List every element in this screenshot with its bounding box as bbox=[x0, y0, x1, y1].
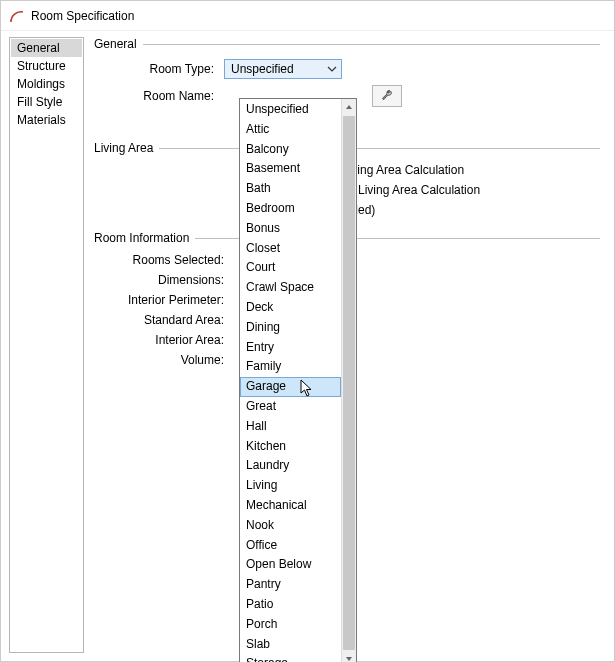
dropdown-item[interactable]: Patio bbox=[240, 595, 341, 615]
room-type-value: Unspecified bbox=[231, 62, 294, 76]
sidebar-item-label: Fill Style bbox=[17, 95, 62, 109]
dropdown-item[interactable]: Kitchen bbox=[240, 437, 341, 457]
separator bbox=[159, 148, 600, 149]
wrench-icon bbox=[380, 88, 394, 105]
dropdown-item[interactable]: Pantry bbox=[240, 575, 341, 595]
dropdown-list: UnspecifiedAtticBalconyBasementBathBedro… bbox=[240, 99, 341, 662]
dropdown-item[interactable]: Slab bbox=[240, 635, 341, 655]
obscured-text: tal Living Area Calculation bbox=[342, 183, 480, 197]
dropdown-item[interactable]: Basement bbox=[240, 159, 341, 179]
dropdown-item[interactable]: Mechanical bbox=[240, 496, 341, 516]
dropdown-item[interactable]: Balcony bbox=[240, 140, 341, 160]
label: Standard Area: bbox=[94, 313, 234, 327]
dropdown-item[interactable]: Dining bbox=[240, 318, 341, 338]
dropdown-item[interactable]: Attic bbox=[240, 120, 341, 140]
room-type-dropdown-list[interactable]: UnspecifiedAtticBalconyBasementBathBedro… bbox=[239, 98, 357, 662]
label: Interior Area: bbox=[94, 333, 234, 347]
scrollbar[interactable] bbox=[341, 99, 356, 662]
dropdown-item[interactable]: Family bbox=[240, 357, 341, 377]
sidebar-item-moldings[interactable]: Moldings bbox=[11, 75, 82, 93]
caret-down-icon bbox=[345, 652, 353, 662]
sidebar-item-label: Materials bbox=[17, 113, 66, 127]
scroll-up-button[interactable] bbox=[342, 99, 356, 115]
dropdown-item[interactable]: Office bbox=[240, 536, 341, 556]
wrench-button[interactable] bbox=[372, 85, 402, 107]
caret-up-icon bbox=[345, 100, 353, 114]
dropdown-item[interactable]: Entry bbox=[240, 338, 341, 358]
dropdown-item[interactable]: Porch bbox=[240, 615, 341, 635]
dropdown-item[interactable]: Great bbox=[240, 397, 341, 417]
sidebar: General Structure Moldings Fill Style Ma… bbox=[9, 37, 84, 653]
dropdown-item[interactable]: Bedroom bbox=[240, 199, 341, 219]
sidebar-item-label: Structure bbox=[17, 59, 66, 73]
dropdown-item[interactable]: Bath bbox=[240, 179, 341, 199]
scroll-thumb[interactable] bbox=[343, 116, 355, 650]
scroll-down-button[interactable] bbox=[342, 651, 356, 662]
label: Rooms Selected: bbox=[94, 253, 234, 267]
label-room-type: Room Type: bbox=[94, 62, 224, 76]
sidebar-item-materials[interactable]: Materials bbox=[11, 111, 82, 129]
titlebar: Room Specification bbox=[1, 1, 614, 31]
group-header: General bbox=[94, 37, 600, 51]
label: Dimensions: bbox=[94, 273, 234, 287]
sidebar-item-fill-style[interactable]: Fill Style bbox=[11, 93, 82, 111]
group-title: General bbox=[94, 37, 137, 51]
group-title: Living Area bbox=[94, 141, 153, 155]
sidebar-item-label: General bbox=[17, 41, 60, 55]
app-arc-icon bbox=[9, 8, 25, 24]
row-room-type: Room Type: Unspecified bbox=[94, 59, 600, 79]
dropdown-item[interactable]: Laundry bbox=[240, 456, 341, 476]
window-title: Room Specification bbox=[31, 9, 134, 23]
separator bbox=[143, 44, 600, 45]
label-room-name: Room Name: bbox=[94, 89, 224, 103]
sidebar-item-label: Moldings bbox=[17, 77, 65, 91]
room-type-dropdown[interactable]: Unspecified bbox=[224, 59, 342, 79]
dropdown-item[interactable]: Crawl Space bbox=[240, 278, 341, 298]
dropdown-item[interactable]: Deck bbox=[240, 298, 341, 318]
dropdown-item[interactable]: Bonus bbox=[240, 219, 341, 239]
obscured-text: Living Area Calculation bbox=[342, 163, 464, 177]
label: Volume: bbox=[94, 353, 234, 367]
dropdown-item[interactable]: Court bbox=[240, 258, 341, 278]
dropdown-item[interactable]: Unspecified bbox=[240, 100, 341, 120]
dropdown-item[interactable]: Open Below bbox=[240, 555, 341, 575]
dropdown-item[interactable]: Storage bbox=[240, 654, 341, 662]
dropdown-item[interactable]: Closet bbox=[240, 239, 341, 259]
dialog-window: Room Specification General Structure Mol… bbox=[0, 0, 615, 662]
dropdown-item[interactable]: Hall bbox=[240, 417, 341, 437]
group-title: Room Information bbox=[94, 231, 189, 245]
label: Interior Perimeter: bbox=[94, 293, 234, 307]
dropdown-item[interactable]: Garage bbox=[240, 377, 341, 397]
sidebar-item-general[interactable]: General bbox=[11, 39, 82, 57]
dropdown-item[interactable]: Nook bbox=[240, 516, 341, 536]
chevron-down-icon bbox=[326, 63, 338, 75]
dropdown-item[interactable]: Living bbox=[240, 476, 341, 496]
sidebar-item-structure[interactable]: Structure bbox=[11, 57, 82, 75]
dialog-body: General Structure Moldings Fill Style Ma… bbox=[1, 31, 614, 661]
